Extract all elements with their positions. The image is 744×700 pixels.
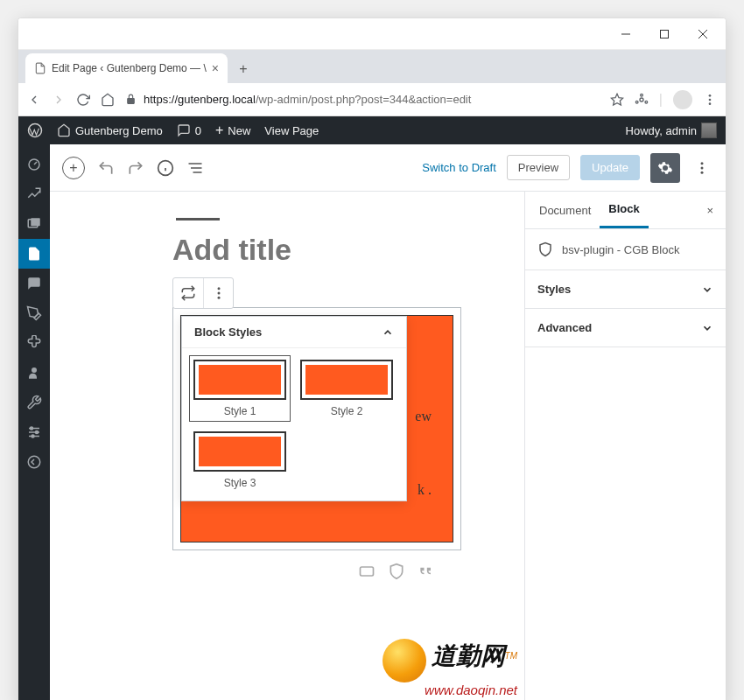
block-more-button[interactable]	[203, 278, 233, 308]
watermark: 道勤网TM www.daoqin.net	[383, 639, 517, 697]
update-button[interactable]: Update	[580, 155, 640, 180]
svg-point-21	[36, 431, 39, 434]
window-maximize-button[interactable]	[645, 21, 684, 47]
svg-marker-4	[611, 94, 622, 105]
comments-count: 0	[195, 124, 201, 137]
svg-point-8	[635, 101, 638, 103]
admin-site-name: Gutenberg Demo	[75, 124, 163, 137]
menu-pages-icon[interactable]	[18, 239, 50, 269]
admin-howdy: Howdy, admin	[626, 124, 697, 137]
panel-advanced-label: Advanced	[537, 321, 592, 334]
block-preview-content: ew k . Block Styles Style 1Style 2Style …	[180, 315, 453, 542]
extension-icon[interactable]	[635, 93, 649, 107]
editor-canvas[interactable]: Add title ew k . Block Style	[50, 192, 524, 700]
settings-toggle-button[interactable]	[650, 153, 680, 183]
admin-comments-link[interactable]: 0	[177, 123, 201, 137]
svg-point-10	[709, 98, 712, 101]
sidebar-close-button[interactable]: ×	[699, 204, 720, 217]
menu-tools-icon[interactable]	[18, 388, 50, 417]
menu-media-icon[interactable]	[18, 209, 50, 239]
footer-shield-icon[interactable]	[388, 563, 405, 580]
footer-device-icon[interactable]	[358, 563, 376, 580]
style-option-1[interactable]: Style 1	[189, 355, 291, 422]
title-divider	[176, 218, 220, 220]
switch-draft-link[interactable]: Switch to Draft	[422, 161, 496, 174]
block-switcher-button[interactable]	[173, 278, 203, 308]
tab-close-button[interactable]: ×	[212, 61, 219, 75]
tab-block[interactable]: Block	[600, 192, 648, 228]
post-title-input[interactable]: Add title	[172, 233, 470, 267]
more-options-button[interactable]	[691, 160, 713, 176]
svg-point-32	[701, 171, 704, 173]
svg-rect-15	[31, 218, 40, 226]
info-button[interactable]	[157, 159, 174, 177]
wp-admin-bar: Gutenberg Demo 0 +New View Page Howdy, a…	[18, 116, 726, 144]
block-toolbar	[172, 277, 234, 309]
admin-new-link[interactable]: +New	[215, 122, 250, 138]
svg-point-35	[217, 297, 220, 299]
nav-reload-button[interactable]	[76, 93, 90, 107]
svg-point-5	[640, 98, 643, 102]
menu-plugins-icon[interactable]	[18, 328, 50, 358]
svg-point-33	[217, 287, 220, 290]
admin-view-page-link[interactable]: View Page	[264, 124, 319, 137]
svg-rect-1	[661, 30, 669, 38]
svg-point-20	[31, 427, 33, 430]
admin-account-link[interactable]: Howdy, admin	[626, 122, 717, 138]
window-close-button[interactable]	[684, 21, 722, 47]
wp-logo-icon[interactable]	[27, 122, 43, 138]
menu-collapse-icon[interactable]	[18, 447, 50, 477]
block-text-2: k .	[418, 482, 432, 498]
new-tab-button[interactable]: +	[231, 57, 256, 81]
redo-button[interactable]	[127, 159, 144, 177]
preview-button[interactable]: Preview	[507, 155, 570, 180]
tab-document[interactable]: Document	[530, 193, 600, 228]
block-styles-header: Block Styles	[194, 326, 262, 339]
window-minimize-button[interactable]	[607, 21, 645, 47]
admin-site-link[interactable]: Gutenberg Demo	[57, 123, 163, 137]
menu-settings-icon[interactable]	[18, 417, 50, 447]
svg-point-30	[701, 162, 704, 164]
chevron-up-icon[interactable]	[382, 326, 394, 339]
tab-title: Edit Page ‹ Gutenberg Demo — \	[52, 62, 207, 74]
block-styles-popup: Block Styles Style 1Style 2Style 3	[181, 316, 407, 501]
url-field[interactable]: https://gutenberg.local/wp-admin/post.ph…	[125, 93, 600, 106]
nav-forward-button[interactable]	[52, 93, 66, 107]
menu-dashboard-icon[interactable]	[18, 150, 50, 179]
style-option-label: Style 1	[193, 405, 286, 417]
menu-appearance-icon[interactable]	[18, 298, 50, 328]
svg-point-16	[32, 368, 37, 373]
svg-point-11	[709, 102, 712, 105]
menu-posts-icon[interactable]	[18, 179, 50, 209]
block-name-label: bsv-plugin - CGB Block	[562, 243, 679, 256]
chevron-down-icon	[701, 284, 713, 296]
nav-home-button[interactable]	[101, 93, 115, 107]
browser-menu-button[interactable]	[703, 93, 717, 107]
url-path: /wp-admin/post.php?post=344&action=edit	[256, 93, 471, 106]
undo-button[interactable]	[97, 159, 115, 177]
editor-toolbar: + Switch to Draft Preview Update	[50, 144, 726, 192]
menu-users-icon[interactable]	[18, 358, 50, 388]
block-shield-icon	[537, 242, 553, 257]
profile-avatar[interactable]	[673, 90, 692, 109]
star-icon[interactable]	[610, 93, 624, 107]
lock-icon	[125, 94, 137, 105]
svg-point-22	[32, 435, 34, 438]
nav-back-button[interactable]	[27, 93, 41, 107]
browser-address-bar: https://gutenberg.local/wp-admin/post.ph…	[18, 83, 726, 116]
window-titlebar	[18, 18, 726, 50]
browser-tab-bar: Edit Page ‹ Gutenberg Demo — \ × +	[18, 50, 726, 83]
style-option-3[interactable]: Style 3	[189, 427, 291, 494]
svg-point-9	[709, 94, 712, 97]
outline-button[interactable]	[186, 159, 204, 177]
footer-quote-icon[interactable]	[418, 563, 435, 580]
panel-advanced[interactable]: Advanced	[525, 309, 726, 347]
block-selection[interactable]: ew k . Block Styles Style 1Style 2Style …	[172, 307, 461, 550]
style-option-2[interactable]: Style 2	[296, 355, 397, 422]
menu-comments-icon[interactable]	[18, 269, 50, 298]
panel-styles[interactable]: Styles	[525, 270, 726, 309]
block-text-1: ew	[415, 409, 432, 424]
style-option-label: Style 3	[193, 477, 286, 489]
browser-tab[interactable]: Edit Page ‹ Gutenberg Demo — \ ×	[25, 53, 228, 83]
add-block-button[interactable]: +	[62, 157, 85, 179]
